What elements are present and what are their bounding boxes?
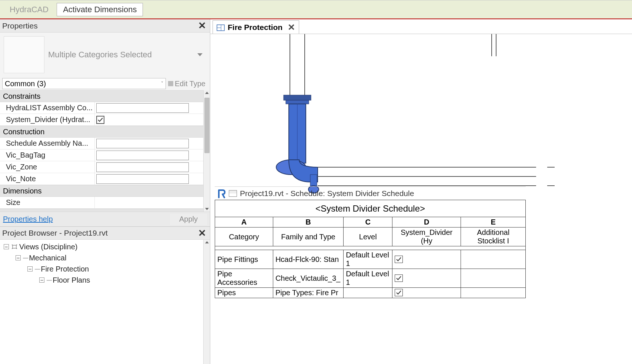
- tree-node-fire-protection[interactable]: − ─ Fire Protection: [2, 263, 208, 274]
- properties-scrollbar[interactable]: [203, 90, 210, 212]
- prop-row-hydralist[interactable]: HydraLIST Assembly Co...: [0, 102, 210, 114]
- schedule-col-letter[interactable]: B: [273, 217, 343, 228]
- views-icon: [11, 244, 18, 250]
- svg-point-4: [16, 248, 17, 249]
- schedule-icon: [229, 190, 237, 197]
- tree-collapse-icon[interactable]: −: [27, 266, 33, 272]
- prop-row-schedule-assembly[interactable]: Schedule Assembly Na...: [0, 138, 210, 149]
- edit-type-icon: [168, 81, 173, 86]
- svg-point-2: [16, 245, 17, 245]
- checkbox-checked-icon[interactable]: [395, 256, 403, 263]
- view-tab-fire-protection[interactable]: Fire Protection ✕: [213, 20, 299, 34]
- edit-type-label: Edit Type: [175, 80, 205, 88]
- browser-scrollbar[interactable]: [203, 240, 210, 364]
- tree-node-floor-plans[interactable]: − ─ Floor Plans: [2, 274, 208, 286]
- instance-filter-combo[interactable]: Common (3) ˅: [2, 78, 166, 89]
- chevron-down-icon: ˅: [161, 81, 163, 86]
- edit-type-button[interactable]: Edit Type: [166, 80, 208, 88]
- group-construction[interactable]: Construction ⌃: [0, 126, 210, 138]
- schedule-window-title: Project19.rvt - Schedule: System Divider…: [240, 189, 414, 198]
- schedule-col-letter[interactable]: D: [392, 217, 461, 228]
- schedule-checkbox-cell[interactable]: [392, 250, 461, 269]
- instance-filter-label: Common (3): [5, 80, 46, 88]
- project-browser-title: Project Browser - Project19.rvt: [2, 229, 108, 237]
- type-selector[interactable]: Multiple Categories Selected: [0, 33, 210, 77]
- schedule-row[interactable]: Pipe AccessoriesCheck_Victaulic_3_Defaul…: [215, 269, 526, 288]
- type-selector-label: Multiple Categories Selected: [48, 50, 152, 60]
- vic-note-input[interactable]: [96, 174, 189, 184]
- schedule-window: Project19.rvt - Schedule: System Divider…: [215, 186, 526, 298]
- floorplan-icon: [217, 24, 225, 31]
- checkbox-checked-icon[interactable]: [395, 274, 403, 282]
- properties-close-icon[interactable]: ✕: [197, 20, 208, 31]
- checkbox-checked-icon[interactable]: [395, 289, 403, 296]
- ribbon-bar: HydraCAD Activate Dimensions: [0, 0, 632, 19]
- svg-point-3: [12, 248, 13, 249]
- svg-rect-10: [284, 95, 311, 100]
- tree-collapse-icon[interactable]: −: [4, 244, 9, 249]
- hydracad-button[interactable]: HydraCAD: [4, 3, 54, 16]
- system-divider-checkbox[interactable]: [96, 116, 104, 124]
- vic-zone-input[interactable]: [96, 162, 189, 172]
- schedule-assembly-input[interactable]: [96, 139, 189, 148]
- svg-rect-0: [13, 245, 16, 248]
- schedule-checkbox-cell[interactable]: [392, 269, 461, 288]
- apply-button[interactable]: Apply: [170, 214, 207, 225]
- properties-grid: Constraints ⌃ HydraLIST Assembly Co... S…: [0, 90, 210, 212]
- schedule-col-letter[interactable]: E: [461, 217, 526, 228]
- schedule-col-label[interactable]: Level: [344, 228, 392, 246]
- tree-node-views[interactable]: − Views (Discipline): [2, 241, 208, 252]
- properties-help-link[interactable]: Properties help: [3, 215, 53, 223]
- prop-row-vic-bagtag[interactable]: Vic_BagTag: [0, 149, 210, 161]
- dropdown-caret-icon: [197, 53, 203, 56]
- view-tab-label: Fire Protection: [228, 23, 282, 32]
- schedule-col-label[interactable]: System_Divider (Hy: [392, 228, 461, 246]
- tree-node-mechanical[interactable]: − ─ Mechanical: [2, 252, 208, 263]
- hydralist-input[interactable]: [96, 103, 189, 113]
- group-dimensions[interactable]: Dimensions ⌃: [0, 185, 210, 197]
- vic-bagtag-input[interactable]: [96, 151, 189, 160]
- view-tab-bar: Fire Protection ✕: [210, 19, 632, 34]
- tree-collapse-icon[interactable]: −: [16, 255, 21, 260]
- svg-point-1: [12, 245, 13, 245]
- schedule-col-letter[interactable]: A: [215, 217, 273, 228]
- schedule-title-cell: <System Divider Schedule>: [215, 200, 526, 217]
- group-constraints[interactable]: Constraints ⌃: [0, 90, 210, 102]
- project-browser-tree: − Views (Discipline) − ─ Mechanical − ─ …: [0, 240, 210, 364]
- properties-title: Properties: [2, 21, 38, 30]
- schedule-col-label[interactable]: Additional Stocklist I: [461, 228, 526, 246]
- project-browser-close-icon[interactable]: ✕: [197, 228, 208, 239]
- group-mechanical[interactable]: Mechanical ⌃: [0, 209, 210, 212]
- revit-logo-icon: [218, 189, 226, 198]
- schedule-checkbox-cell[interactable]: [392, 288, 461, 298]
- properties-header: Properties ✕: [0, 19, 210, 33]
- schedule-title-bar[interactable]: Project19.rvt - Schedule: System Divider…: [215, 186, 526, 200]
- schedule-col-label[interactable]: Family and Type: [273, 228, 343, 246]
- prop-row-vic-note[interactable]: Vic_Note: [0, 173, 210, 185]
- activate-dimensions-button[interactable]: Activate Dimensions: [57, 3, 143, 16]
- schedule-row[interactable]: PipesPipe Types: Fire Pr: [215, 288, 526, 298]
- prop-row-system-divider[interactable]: System_Divider (Hydrat...: [0, 114, 210, 126]
- schedule-row[interactable]: Pipe FittingsHcad-Flck-90: StanDefault L…: [215, 250, 526, 269]
- prop-row-size[interactable]: Size: [0, 197, 210, 209]
- project-browser-header: Project Browser - Project19.rvt ✕: [0, 226, 210, 240]
- tree-collapse-icon[interactable]: −: [39, 277, 44, 283]
- type-selector-combo[interactable]: Multiple Categories Selected: [48, 50, 206, 60]
- type-thumbnail: [4, 36, 44, 73]
- svg-rect-11: [286, 100, 309, 104]
- schedule-col-letter[interactable]: C: [344, 217, 392, 228]
- schedule-col-label[interactable]: Category: [215, 228, 273, 246]
- pipe-drawing: [270, 34, 603, 204]
- tab-close-icon[interactable]: ✕: [288, 22, 295, 33]
- schedule-table[interactable]: <System Divider Schedule> ABCDE Category…: [215, 200, 526, 298]
- prop-row-vic-zone[interactable]: Vic_Zone: [0, 161, 210, 173]
